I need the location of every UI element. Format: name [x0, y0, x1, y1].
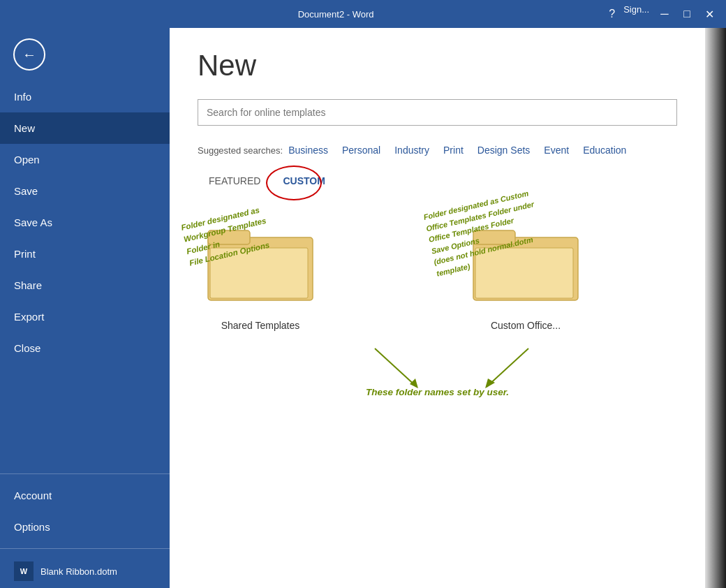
suggested-education[interactable]: Education [583, 145, 626, 156]
custom-office-folder-icon [470, 213, 581, 304]
template-item-custom-office[interactable]: Folder designated as CustomOffice Templa… [463, 213, 588, 331]
title-bar-text: Document2 - Word [63, 9, 609, 20]
sidebar-item-close[interactable]: Close [0, 332, 170, 364]
sidebar-item-info[interactable]: Info [0, 81, 170, 112]
sidebar-item-options[interactable]: Options [0, 511, 170, 543]
sign-in-text[interactable]: Sign... [623, 4, 649, 24]
tab-featured[interactable]: FEATURED [198, 170, 272, 192]
nav-divider-1 [0, 473, 170, 474]
sidebar-item-share[interactable]: Share [0, 270, 170, 301]
shared-template-label: Shared Templates [221, 320, 300, 331]
restore-button[interactable]: □ [677, 4, 697, 24]
back-circle-icon: ← [13, 38, 45, 71]
sidebar-item-export[interactable]: Export [0, 301, 170, 332]
sidebar: ← Info New Open Save Save As Print Share… [0, 28, 170, 588]
templates-area: Folder designated asWorkgroup TemplatesF… [198, 213, 677, 331]
template-item-shared[interactable]: Folder designated asWorkgroup TemplatesF… [198, 213, 323, 331]
suggested-industry[interactable]: Industry [394, 145, 429, 156]
search-input[interactable] [198, 99, 677, 126]
suggested-business[interactable]: Business [288, 145, 328, 156]
title-bar: Document2 - Word ? Sign... ─ □ ✕ [0, 0, 726, 28]
sidebar-bottom: Account Options W Blank Ribbon.dotm [0, 468, 170, 588]
tab-custom-wrapper: CUSTOM [272, 170, 336, 192]
suggested-print[interactable]: Print [443, 145, 464, 156]
help-button[interactable]: ? [609, 4, 615, 24]
sidebar-item-print[interactable]: Print [0, 238, 170, 270]
recent-file-item[interactable]: W Blank Ribbon.dotm [0, 554, 170, 588]
sidebar-item-open[interactable]: Open [0, 144, 170, 175]
minimize-button[interactable]: ─ [655, 4, 674, 24]
svg-rect-4 [473, 230, 515, 244]
svg-line-6 [375, 348, 417, 387]
sidebar-item-account[interactable]: Account [0, 480, 170, 511]
arrows-area: These folder names set by user. [198, 345, 677, 397]
suggested-event[interactable]: Event [544, 145, 569, 156]
nav-divider-2 [0, 548, 170, 549]
suggested-label: Suggested searches: [198, 145, 283, 156]
svg-line-8 [487, 348, 528, 387]
shared-folder-icon [205, 213, 316, 304]
close-button[interactable]: ✕ [699, 4, 719, 24]
suggested-links: Business Personal Industry Print Design … [288, 145, 626, 156]
back-button[interactable]: ← [8, 34, 50, 75]
custom-office-folder-wrapper: Folder designated as CustomOffice Templa… [470, 213, 581, 314]
recent-file-name: Blank Ribbon.dotm [40, 566, 117, 577]
content-area: New Suggested searches: Business Persona… [170, 28, 705, 588]
folder-names-note: These folder names set by user. [366, 387, 509, 397]
svg-rect-1 [208, 230, 250, 244]
word-file-icon: W [14, 561, 34, 581]
torn-edge [705, 28, 726, 588]
svg-rect-2 [210, 248, 308, 298]
page-title: New [198, 49, 677, 82]
sidebar-item-save[interactable]: Save [0, 175, 170, 207]
svg-rect-5 [475, 248, 573, 298]
custom-office-template-label: Custom Office... [491, 320, 561, 331]
suggested-personal[interactable]: Personal [342, 145, 380, 156]
tabs-row: FEATURED CUSTOM [198, 170, 677, 192]
suggested-design-sets[interactable]: Design Sets [477, 145, 530, 156]
tab-custom[interactable]: CUSTOM [272, 170, 336, 192]
window-controls: ? Sign... ─ □ ✕ [609, 4, 719, 24]
sidebar-item-save-as[interactable]: Save As [0, 207, 170, 238]
shared-folder-wrapper: Folder designated asWorkgroup TemplatesF… [205, 213, 316, 314]
sidebar-item-new[interactable]: New [0, 112, 170, 144]
app-container: ← Info New Open Save Save As Print Share… [0, 28, 726, 588]
